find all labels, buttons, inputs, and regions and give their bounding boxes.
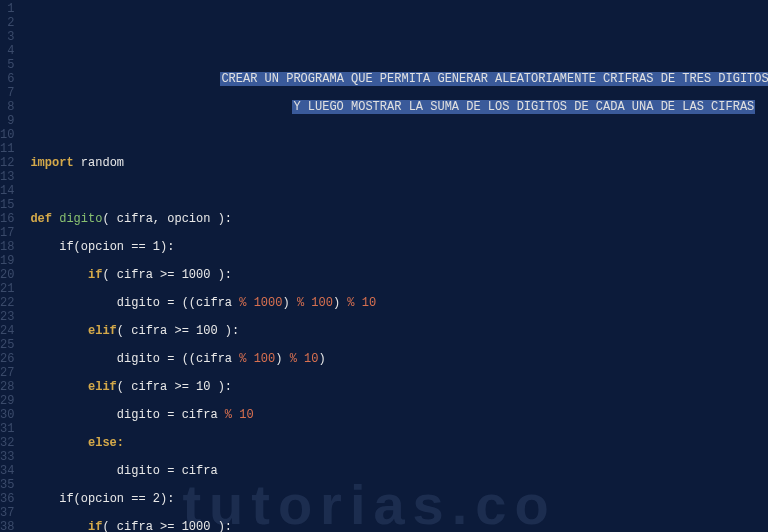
code-line — [22, 128, 768, 142]
line-number: 16 — [0, 212, 14, 226]
line-number: 14 — [0, 184, 14, 198]
code-line: if(opcion == 2): — [22, 492, 768, 506]
code-line: CREAR UN PROGRAMA QUE PERMITA GENERAR AL… — [22, 72, 768, 86]
line-number: 6 — [0, 72, 14, 86]
line-number: 22 — [0, 296, 14, 310]
line-number: 25 — [0, 338, 14, 352]
line-number: 18 — [0, 240, 14, 254]
code-line: if( cifra >= 1000 ): — [22, 520, 768, 532]
code-line: if( cifra >= 1000 ): — [22, 268, 768, 282]
line-number: 27 — [0, 366, 14, 380]
code-area[interactable]: tutorias.co CREAR UN PROGRAMA QUE PERMIT… — [22, 0, 768, 532]
code-line: digito = ((cifra % 100) % 10) — [22, 352, 768, 366]
line-number: 3 — [0, 30, 14, 44]
line-number: 26 — [0, 352, 14, 366]
line-number: 37 — [0, 506, 14, 520]
line-number: 24 — [0, 324, 14, 338]
code-line: digito = cifra % 10 — [22, 408, 768, 422]
line-number: 29 — [0, 394, 14, 408]
code-line: digito = ((cifra % 1000) % 100) % 10 — [22, 296, 768, 310]
line-number: 10 — [0, 128, 14, 142]
line-number: 5 — [0, 58, 14, 72]
line-number: 23 — [0, 310, 14, 324]
code-line: import random — [22, 156, 768, 170]
line-number: 11 — [0, 142, 14, 156]
line-number: 4 — [0, 44, 14, 58]
line-number: 36 — [0, 492, 14, 506]
line-number: 2 — [0, 16, 14, 30]
line-number: 35 — [0, 478, 14, 492]
line-number: 12 — [0, 156, 14, 170]
code-line: digito = cifra — [22, 464, 768, 478]
code-line: else: — [22, 436, 768, 450]
line-number: 15 — [0, 198, 14, 212]
selected-comment-1: CREAR UN PROGRAMA QUE PERMITA GENERAR AL… — [220, 72, 768, 86]
line-number: 17 — [0, 226, 14, 240]
line-number: 8 — [0, 100, 14, 114]
code-editor[interactable]: 1234567891011121314151617181920212223242… — [0, 0, 768, 532]
code-line: elif( cifra >= 10 ): — [22, 380, 768, 394]
line-number: 38 — [0, 520, 14, 532]
line-number: 9 — [0, 114, 14, 128]
code-line: def digito( cifra, opcion ): — [22, 212, 768, 226]
line-number: 19 — [0, 254, 14, 268]
code-content: CREAR UN PROGRAMA QUE PERMITA GENERAR AL… — [22, 44, 768, 532]
code-line: elif( cifra >= 100 ): — [22, 324, 768, 338]
line-number-gutter: 1234567891011121314151617181920212223242… — [0, 0, 22, 532]
line-number: 20 — [0, 268, 14, 282]
line-number: 32 — [0, 436, 14, 450]
line-number: 28 — [0, 380, 14, 394]
line-number: 13 — [0, 170, 14, 184]
line-number: 30 — [0, 408, 14, 422]
line-number: 7 — [0, 86, 14, 100]
line-number: 1 — [0, 2, 14, 16]
code-line: if(opcion == 1): — [22, 240, 768, 254]
line-number: 34 — [0, 464, 14, 478]
line-number: 31 — [0, 422, 14, 436]
code-line: Y LUEGO MOSTRAR LA SUMA DE LOS DIGITOS D… — [22, 100, 768, 114]
line-number: 33 — [0, 450, 14, 464]
selected-comment-2: Y LUEGO MOSTRAR LA SUMA DE LOS DIGITOS D… — [292, 100, 755, 114]
code-line — [22, 184, 768, 198]
line-number: 21 — [0, 282, 14, 296]
